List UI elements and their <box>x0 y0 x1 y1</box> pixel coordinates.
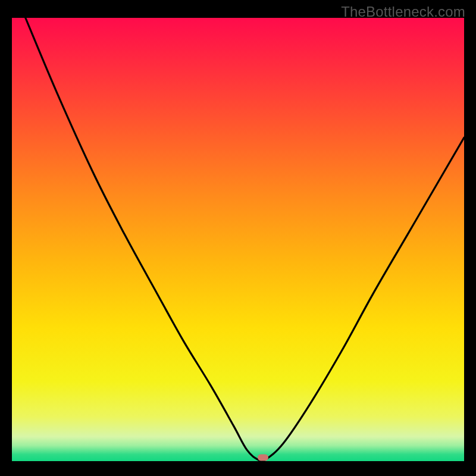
bottleneck-curve <box>12 18 464 461</box>
chart-frame: TheBottleneck.com <box>0 0 476 476</box>
plot-area <box>12 18 464 461</box>
optimal-point-marker <box>258 455 268 461</box>
